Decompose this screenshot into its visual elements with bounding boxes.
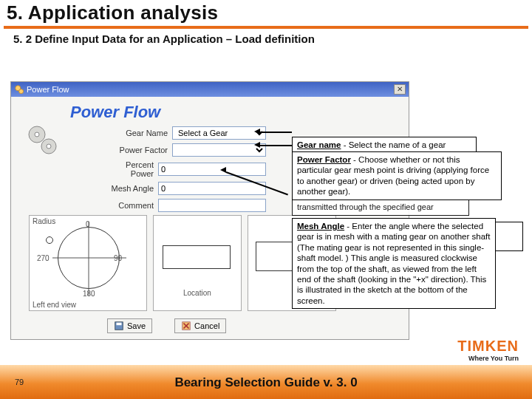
save-label: Save bbox=[127, 321, 146, 330]
save-icon bbox=[114, 321, 124, 331]
callout-mesh-angle-text: - Enter the angle where the selected gea… bbox=[297, 222, 490, 305]
callout-gear-name-title: Gear name bbox=[297, 140, 341, 149]
label-gear-name: Gear Name bbox=[107, 129, 168, 137]
svg-rect-7 bbox=[117, 323, 122, 326]
label-mesh-angle: Mesh Angle bbox=[107, 184, 154, 193]
footer-doc-title: Bearing Selection Guide v. 3. 0 bbox=[0, 375, 532, 390]
percent-power-input[interactable] bbox=[158, 163, 266, 176]
dialog-titlebar: Power Flow ✕ bbox=[11, 82, 409, 97]
footer: TIMKEN Where You Turn Bearing Selection … bbox=[0, 352, 532, 399]
page-title: 5. Application analysis bbox=[7, 1, 528, 24]
angle-90: 90 bbox=[114, 254, 122, 262]
brand-name: TIMKEN bbox=[457, 338, 519, 355]
mesh-angle-input[interactable] bbox=[158, 182, 266, 195]
dialog-panel-title: Power Flow bbox=[70, 103, 160, 122]
angle-270: 270 bbox=[37, 254, 50, 262]
callout-power-factor: Power Factor - Choose whether or not thi… bbox=[292, 151, 502, 200]
save-button[interactable]: Save bbox=[107, 318, 152, 333]
svg-point-5 bbox=[47, 144, 51, 149]
cancel-label: Cancel bbox=[194, 321, 219, 330]
comment-input[interactable] bbox=[158, 199, 266, 212]
svg-point-1 bbox=[19, 89, 24, 94]
location-label: Location bbox=[183, 289, 211, 297]
label-comment: Comment bbox=[107, 201, 154, 210]
brand-logo: TIMKEN Where You Turn bbox=[457, 338, 519, 362]
label-percent-power: Percent Power bbox=[107, 160, 154, 178]
cancel-icon bbox=[181, 321, 191, 331]
svg-point-3 bbox=[35, 132, 39, 137]
header-bar: 5. Application analysis bbox=[4, 0, 528, 29]
callout-mesh-angle: Mesh Angle - Enter the angle where the s… bbox=[292, 218, 496, 309]
close-icon[interactable]: ✕ bbox=[394, 84, 406, 95]
radius-label: Radius bbox=[33, 217, 55, 225]
left-end-view-diagram: Radius 0 90 180 270 Left end view bbox=[29, 215, 147, 311]
page-subtitle: 5. 2 Define Input Data for an Applicatio… bbox=[13, 33, 315, 45]
dialog-window-title: Power Flow bbox=[27, 85, 69, 94]
gears-icon bbox=[24, 122, 60, 157]
shaft-diagram-1: Location bbox=[153, 215, 242, 311]
callout-power-factor-title: Power Factor bbox=[297, 155, 351, 164]
page-number: 79 bbox=[15, 378, 24, 386]
gear-name-select[interactable]: Select a Gear bbox=[172, 126, 266, 140]
form: Gear Name Select a Gear Power Factor Per… bbox=[107, 126, 266, 216]
left-end-view-label: Left end view bbox=[33, 301, 76, 309]
callout-percent-power-fragment: transmitted through the specified gear bbox=[292, 200, 469, 216]
angle-0: 0 bbox=[86, 220, 90, 228]
callout-mesh-angle-title: Mesh Angle bbox=[297, 222, 344, 231]
brand-tagline: Where You Turn bbox=[457, 355, 519, 362]
angle-180: 180 bbox=[83, 290, 95, 298]
power-factor-select[interactable] bbox=[172, 143, 266, 157]
indicator-dot bbox=[46, 236, 53, 244]
label-power-factor: Power Factor bbox=[107, 146, 168, 154]
cancel-button[interactable]: Cancel bbox=[174, 318, 226, 333]
diagrams-row: Radius 0 90 180 270 Left end view Locati… bbox=[29, 215, 336, 311]
callout-gear-name-text: - Select the name of a gear bbox=[341, 140, 446, 149]
app-icon bbox=[14, 84, 24, 95]
